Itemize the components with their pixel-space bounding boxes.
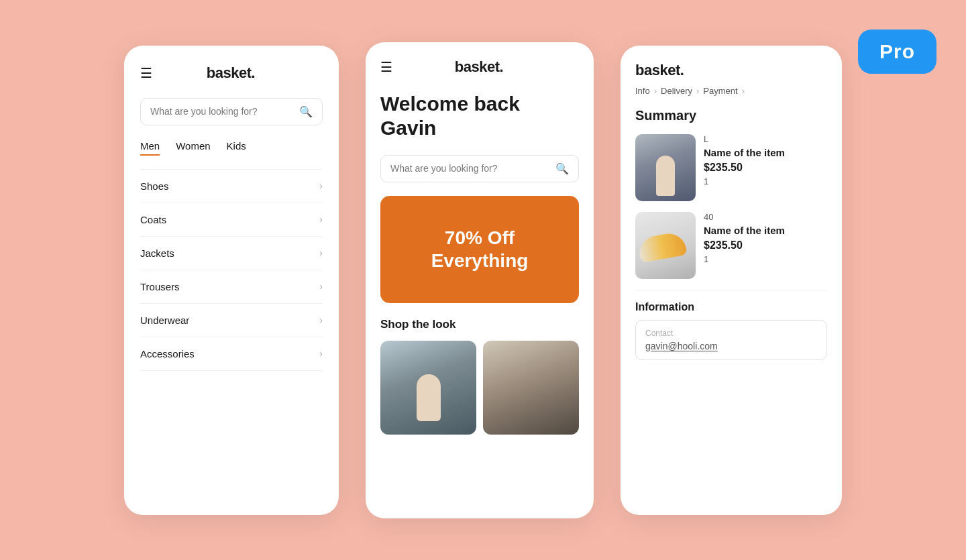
- chevron-icon-jackets: ›: [319, 247, 323, 258]
- search-icon-1[interactable]: 🔍: [299, 105, 313, 118]
- brand-logo-1: basket.: [207, 64, 255, 82]
- order-size-1: L: [704, 134, 827, 144]
- order-qty-2: 1: [704, 254, 827, 264]
- order-name-1: Name of the item: [704, 146, 827, 160]
- tab-men[interactable]: Men: [140, 140, 160, 156]
- promo-banner: 70% OffEverything: [380, 196, 579, 303]
- brand-logo-3: basket.: [635, 62, 684, 79]
- order-image-1: [635, 134, 696, 201]
- chevron-icon-underwear: ›: [319, 315, 323, 325]
- look-images-grid: [380, 341, 579, 435]
- order-details-1: L Name of the item $235.50 1: [704, 134, 827, 187]
- order-size-2: 40: [704, 212, 827, 222]
- category-jackets[interactable]: Jackets ›: [140, 237, 323, 270]
- search-icon-2[interactable]: 🔍: [555, 162, 569, 175]
- breadcrumb-sep-1: ›: [654, 86, 657, 96]
- category-accessories[interactable]: Accessories ›: [140, 337, 323, 371]
- breadcrumb-sep-2: ›: [696, 86, 699, 96]
- contact-label: Contact: [645, 329, 817, 338]
- brand-logo-2: basket.: [455, 58, 503, 76]
- order-item-1: L Name of the item $235.50 1: [635, 134, 827, 201]
- order-price-1: $235.50: [704, 162, 827, 174]
- look-image-2[interactable]: [483, 341, 579, 435]
- search-input-1[interactable]: [150, 106, 294, 117]
- chevron-icon-shoes: ›: [319, 180, 323, 191]
- pro-badge: Pro: [858, 30, 936, 74]
- contact-value: gavin@hooli.com: [645, 341, 817, 351]
- search-input-2[interactable]: [390, 163, 550, 174]
- information-label: Information: [635, 301, 827, 313]
- category-tabs: Men Women Kids: [140, 140, 323, 156]
- phone-home-screen: ☰ basket. Welcome backGavin 🔍 70% OffEve…: [366, 42, 594, 518]
- shop-look-label: Shop the look: [380, 318, 579, 331]
- order-qty-1: 1: [704, 176, 827, 186]
- tab-kids[interactable]: Kids: [227, 140, 246, 156]
- breadcrumb-sep-3: ›: [742, 86, 745, 96]
- promo-text: 70% OffEverything: [431, 227, 529, 272]
- order-name-2: Name of the item: [704, 224, 827, 237]
- phone-category-screen: ☰ basket. 🔍 Men Women Kids Shoes › Coats…: [124, 46, 339, 515]
- breadcrumb-payment[interactable]: Payment: [703, 86, 737, 96]
- breadcrumb-info[interactable]: Info: [635, 86, 650, 96]
- phone2-header: ☰ basket.: [380, 58, 579, 76]
- breadcrumb: Info › Delivery › Payment ›: [635, 86, 827, 96]
- look-image-1[interactable]: [380, 341, 476, 435]
- chevron-icon-coats: ›: [319, 214, 323, 225]
- hamburger-icon[interactable]: ☰: [140, 65, 152, 81]
- section-divider: [635, 290, 827, 290]
- summary-title: Summary: [635, 108, 827, 123]
- phone1-header: ☰ basket.: [140, 64, 323, 82]
- phone-checkout-screen: basket. Info › Delivery › Payment › Summ…: [621, 46, 842, 515]
- pro-badge-label: Pro: [879, 40, 915, 62]
- contact-info-box: Contact gavin@hooli.com: [635, 320, 827, 360]
- breadcrumb-delivery[interactable]: Delivery: [661, 86, 692, 96]
- order-price-2: $235.50: [704, 239, 827, 251]
- welcome-text: Welcome backGavin: [380, 92, 579, 140]
- chevron-icon-accessories: ›: [319, 348, 323, 359]
- hamburger-icon-2[interactable]: ☰: [380, 59, 392, 75]
- category-underwear[interactable]: Underwear ›: [140, 304, 323, 337]
- order-details-2: 40 Name of the item $235.50 1: [704, 212, 827, 265]
- order-image-2: [635, 212, 696, 279]
- category-coats[interactable]: Coats ›: [140, 203, 323, 237]
- phone3-header: basket.: [635, 62, 827, 79]
- search-bar-1: 🔍: [140, 98, 323, 125]
- category-list: Shoes › Coats › Jackets › Trousers › Und…: [140, 169, 323, 371]
- category-shoes[interactable]: Shoes ›: [140, 169, 323, 203]
- tab-women[interactable]: Women: [176, 140, 210, 156]
- category-trousers[interactable]: Trousers ›: [140, 270, 323, 304]
- order-item-2: 40 Name of the item $235.50 1: [635, 212, 827, 279]
- search-bar-2: 🔍: [380, 155, 579, 182]
- chevron-icon-trousers: ›: [319, 281, 323, 292]
